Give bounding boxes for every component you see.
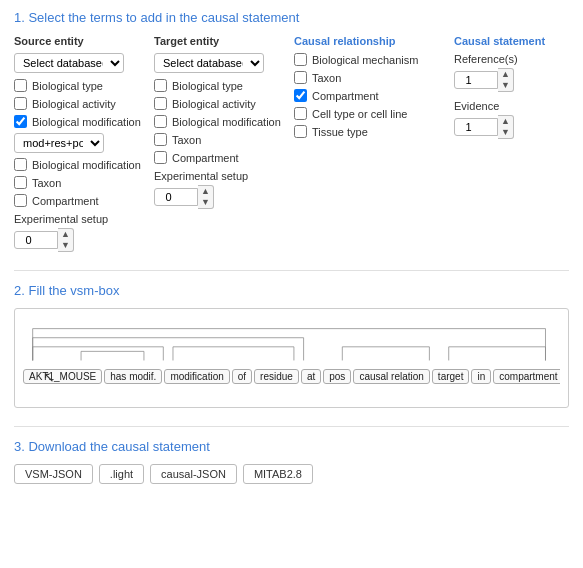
vsm-term-in[interactable]: in xyxy=(471,369,491,384)
causal-statement-label: Causal statement xyxy=(454,35,574,47)
target-bio-mod-label: Biological modification xyxy=(172,116,281,128)
target-taxon-checkbox[interactable] xyxy=(154,133,167,146)
vsm-terms-row[interactable]: AKT1_MOUSE has modif. modification of re… xyxy=(23,369,560,384)
source-compartment-checkbox[interactable] xyxy=(14,194,27,207)
causal-bio-mechanism-checkbox[interactable] xyxy=(294,53,307,66)
mitab-button[interactable]: MITAB2.8 xyxy=(243,464,313,484)
source-compartment-row: Compartment xyxy=(14,194,144,207)
vsm-connectors xyxy=(23,315,560,365)
source-experimental-up[interactable]: ▲ xyxy=(58,229,73,240)
vsm-term-at[interactable]: at xyxy=(301,369,321,384)
target-bio-type-checkbox[interactable] xyxy=(154,79,167,92)
target-experimental-group: Experimental setup ▲ ▼ xyxy=(154,170,284,209)
references-input: ▲ ▼ xyxy=(454,68,574,92)
causal-compartment-checkbox[interactable] xyxy=(294,89,307,102)
vsm-term-has-modif[interactable]: has modif. xyxy=(104,369,162,384)
step3-title: 3. Download the causal statement xyxy=(14,439,569,454)
references-label: Reference(s) xyxy=(454,53,574,65)
target-bio-activity-checkbox[interactable] xyxy=(154,97,167,110)
causal-tissue-type-checkbox[interactable] xyxy=(294,125,307,138)
causal-compartment-row: Compartment xyxy=(294,89,444,102)
source-bio-mod-checkbox[interactable] xyxy=(14,115,27,128)
causal-compartment-label: Compartment xyxy=(312,90,379,102)
target-bio-activity-row: Biological activity xyxy=(154,97,284,110)
target-bio-activity-label: Biological activity xyxy=(172,98,256,110)
causal-cell-type-label: Cell type or cell line xyxy=(312,108,407,120)
source-bio-mod-label: Biological modification xyxy=(32,116,141,128)
source-bio-mod2-label: Biological modification xyxy=(32,159,141,171)
step2-title: 2. Fill the vsm-box xyxy=(14,283,569,298)
causal-tissue-type-label: Tissue type xyxy=(312,126,368,138)
step2-section: 2. Fill the vsm-box ↖ AKT1_MOUSE xyxy=(14,283,569,408)
source-bio-type-row: Biological type xyxy=(14,79,144,92)
source-bio-activity-row: Biological activity xyxy=(14,97,144,110)
source-bio-type-checkbox[interactable] xyxy=(14,79,27,92)
source-experimental-input: ▲ ▼ xyxy=(14,228,144,252)
causal-statement-col: Causal statement Reference(s) ▲ ▼ Eviden… xyxy=(454,35,574,252)
vsm-term-residue[interactable]: residue xyxy=(254,369,299,384)
vsm-term-modification[interactable]: modification xyxy=(164,369,229,384)
causal-tissue-type-row: Tissue type xyxy=(294,125,444,138)
target-experimental-arrows: ▲ ▼ xyxy=(198,185,214,209)
target-bio-mod-row: Biological modification xyxy=(154,115,284,128)
target-bio-mod-checkbox[interactable] xyxy=(154,115,167,128)
target-experimental-down[interactable]: ▼ xyxy=(198,197,213,208)
vsm-term-pos[interactable]: pos xyxy=(323,369,351,384)
vsm-term-compartment[interactable]: compartment xyxy=(493,369,560,384)
target-compartment-checkbox[interactable] xyxy=(154,151,167,164)
target-compartment-row: Compartment xyxy=(154,151,284,164)
vsm-term-target[interactable]: target xyxy=(432,369,470,384)
causal-relationship-col: Causal relationship Biological mechanism… xyxy=(294,35,444,252)
target-experimental-up[interactable]: ▲ xyxy=(198,186,213,197)
causal-json-button[interactable]: causal-JSON xyxy=(150,464,237,484)
step1-section: 1. Select the terms to add in the causal… xyxy=(14,10,569,252)
source-db-select[interactable]: Select database(s) xyxy=(14,53,124,73)
source-bio-mod-row: Biological modification xyxy=(14,115,144,128)
target-taxon-label: Taxon xyxy=(172,134,201,146)
evidence-row: Evidence ▲ ▼ xyxy=(454,100,574,139)
vsm-box[interactable]: ↖ AKT1_MOUSE has modif. modification of … xyxy=(14,308,569,408)
vsm-term-causal-relation[interactable]: causal relation xyxy=(353,369,429,384)
causal-cell-type-checkbox[interactable] xyxy=(294,107,307,120)
causal-cell-type-row: Cell type or cell line xyxy=(294,107,444,120)
target-experimental-input: ▲ ▼ xyxy=(154,185,284,209)
references-down[interactable]: ▼ xyxy=(498,80,513,91)
vsm-term-akt1[interactable]: AKT1_MOUSE xyxy=(23,369,102,384)
causal-taxon-checkbox[interactable] xyxy=(294,71,307,84)
target-bio-type-row: Biological type xyxy=(154,79,284,92)
step1-title: 1. Select the terms to add in the causal… xyxy=(14,10,569,25)
target-bio-type-label: Biological type xyxy=(172,80,243,92)
source-bio-mod2-checkbox[interactable] xyxy=(14,158,27,171)
source-taxon-checkbox[interactable] xyxy=(14,176,27,189)
causal-taxon-row: Taxon xyxy=(294,71,444,84)
divider1 xyxy=(14,270,569,271)
source-experimental-label: Experimental setup xyxy=(14,213,144,225)
causal-bio-mechanism-label: Biological mechanism xyxy=(312,54,418,66)
references-up[interactable]: ▲ xyxy=(498,69,513,80)
target-experimental-value[interactable] xyxy=(154,188,198,206)
target-compartment-label: Compartment xyxy=(172,152,239,164)
causal-relationship-label: Causal relationship xyxy=(294,35,444,47)
download-buttons: VSM-JSON .light causal-JSON MITAB2.8 xyxy=(14,464,569,484)
source-bio-activity-checkbox[interactable] xyxy=(14,97,27,110)
source-entity-col: Source entity Select database(s) Biologi… xyxy=(14,35,144,252)
light-button[interactable]: .light xyxy=(99,464,144,484)
references-row: Reference(s) ▲ ▼ xyxy=(454,53,574,92)
source-mod-dropdown-row: mod+res+pos xyxy=(14,133,144,153)
target-entity-col: Target entity Select database(s) Biologi… xyxy=(154,35,284,252)
vsm-term-of[interactable]: of xyxy=(232,369,252,384)
divider2 xyxy=(14,426,569,427)
source-experimental-value[interactable] xyxy=(14,231,58,249)
vsm-json-button[interactable]: VSM-JSON xyxy=(14,464,93,484)
source-bio-mod2-row: Biological modification xyxy=(14,158,144,171)
cursor-area: ↖ xyxy=(43,369,55,385)
evidence-down[interactable]: ▼ xyxy=(498,127,513,138)
references-value[interactable] xyxy=(454,71,498,89)
source-mod-dropdown[interactable]: mod+res+pos xyxy=(14,133,104,153)
source-experimental-down[interactable]: ▼ xyxy=(58,240,73,251)
evidence-arrows: ▲ ▼ xyxy=(498,115,514,139)
causal-bio-mechanism-row: Biological mechanism xyxy=(294,53,444,66)
target-db-select[interactable]: Select database(s) xyxy=(154,53,264,73)
evidence-up[interactable]: ▲ xyxy=(498,116,513,127)
evidence-value[interactable] xyxy=(454,118,498,136)
